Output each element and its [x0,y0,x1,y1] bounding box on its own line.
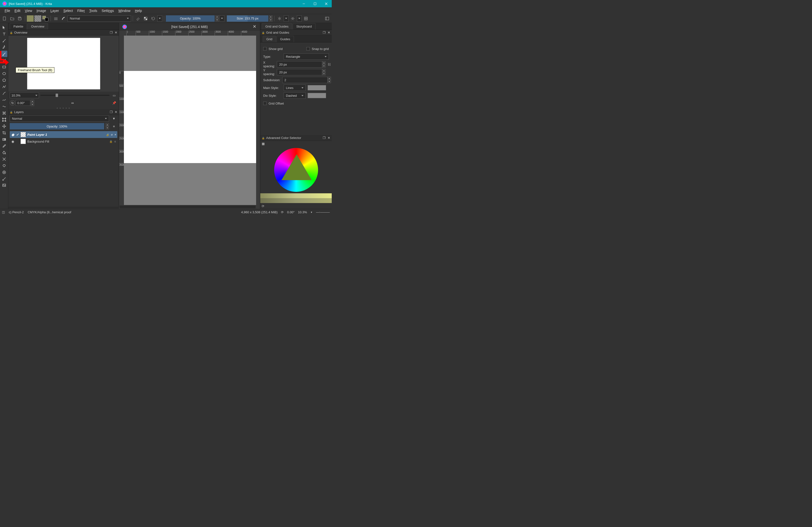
polygon-tool[interactable] [1,77,7,84]
selection-icon[interactable]: ◫ [2,210,5,214]
reference-tool[interactable] [1,182,7,189]
polyline-tool[interactable] [1,84,7,90]
layer-flags[interactable]: 🔒 α [109,140,116,143]
snap-grid-checkbox[interactable] [306,47,310,50]
fill-swatch[interactable] [27,15,34,22]
overview-zoom-slider[interactable] [41,95,110,96]
fg-bg-swatch[interactable] [42,15,49,22]
status-color-profile[interactable]: CMYK/Alpha (8...hemical proof [28,210,71,214]
layer-flags[interactable]: 🔒 α ⌖ [106,133,116,136]
new-button[interactable] [1,15,8,22]
div-style-combo[interactable]: Dashed [284,92,306,99]
layer-paint-layer-1[interactable]: ◉ ✓ Paint Layer 1 🔒 α ⌖ [10,131,117,138]
tab-overview[interactable]: Overview [27,23,48,30]
rotation-spinner[interactable] [31,100,34,106]
open-button[interactable] [9,15,16,22]
visibility-icon[interactable]: ◉ [11,140,15,143]
wrap-button[interactable] [303,15,309,22]
menu-file[interactable]: File [2,8,12,14]
fit-screen-button[interactable]: ▭ [111,93,117,98]
minimize-button[interactable] [298,0,309,7]
ruler-horizontal[interactable]: ) 500 1000 1500 2000 2500 3000 3500 4000… [119,31,260,35]
eraser-button[interactable] [135,15,142,22]
layer-blend-combo[interactable]: Normal [10,115,109,122]
color-settings-icon[interactable]: ▦ [262,142,265,146]
brush-history-dropdown[interactable] [157,15,162,22]
menu-view[interactable]: View [23,8,34,14]
reload-brush-button[interactable] [150,15,157,22]
menu-layer[interactable]: Layer [48,8,61,14]
subdiv-spinner[interactable] [328,77,331,83]
visibility-icon[interactable]: ◉ [11,133,15,136]
save-button[interactable] [16,15,23,22]
show-grid-checkbox[interactable] [263,47,266,50]
canvas-page[interactable] [124,71,256,163]
dock-splitter[interactable]: • • • • • [8,107,119,109]
workspace-button[interactable] [324,15,331,22]
check-icon[interactable]: ✓ [16,133,19,136]
maximize-button[interactable] [309,0,320,7]
menu-filter[interactable]: Filter [75,8,87,14]
multibrush-tool[interactable] [1,110,7,116]
overview-zoom-combo[interactable]: 10.3% [10,92,39,98]
color-wheel[interactable] [274,148,318,192]
bezier-tool[interactable] [1,90,7,96]
menu-edit[interactable]: Edit [12,8,23,14]
pattern-edit-tool[interactable] [1,156,7,162]
canvas-viewport[interactable] [124,35,256,205]
alpha-lock-button[interactable] [142,15,149,22]
ruler-vertical[interactable]: 0 500 1000 1500 2000 2500 3000 3500 [119,35,124,205]
rotation-dial[interactable]: ↻ [10,100,15,106]
crop-tool[interactable] [1,130,7,136]
float-icon[interactable]: ❐ [110,31,113,34]
main-style-combo[interactable]: Lines [284,85,306,91]
color-picker-tool[interactable] [1,143,7,149]
grid-offset-checkbox[interactable] [263,102,266,105]
menu-settings[interactable]: Settings [100,8,116,14]
float-icon[interactable]: ❐ [323,31,325,34]
x-spacing-input[interactable] [277,61,322,67]
menu-image[interactable]: Image [34,8,48,14]
dynamic-brush-tool[interactable] [1,103,7,110]
sub-tab-grid[interactable]: Grid [263,36,276,42]
close-icon[interactable]: ✕ [115,31,117,34]
brush-preset-button[interactable] [60,15,67,22]
color-history-2[interactable] [260,198,332,203]
size-spinner[interactable] [269,15,273,22]
opacity-dropdown[interactable] [219,15,224,22]
link-spacing-icon[interactable]: ⛓ [328,63,331,66]
mirror-v-button[interactable] [289,15,296,22]
smart-fill-tool[interactable] [1,163,7,169]
overview-viewport[interactable] [8,35,119,92]
close-icon[interactable]: ✕ [328,136,330,140]
status-zoom[interactable]: 10.3% [298,210,307,214]
color-triangle[interactable] [281,154,312,180]
fill-tool[interactable] [1,149,7,156]
mirror-h-dropdown[interactable] [284,15,289,22]
opacity-slider[interactable]: Opacity: 100% [166,15,215,22]
menu-window[interactable]: Window [116,8,133,14]
menu-tools[interactable]: Tools [87,8,100,14]
text-tool[interactable] [1,31,7,37]
close-button[interactable] [320,0,332,7]
move-tool[interactable] [1,25,7,31]
opacity-spinner[interactable] [215,15,219,22]
float-icon[interactable]: ❐ [323,136,325,140]
layer-opacity-slider[interactable]: Opacity: 100% [10,123,104,130]
edit-shapes-tool[interactable] [1,37,7,44]
main-style-color[interactable] [308,85,326,90]
pattern-swatch[interactable] [34,15,41,22]
tab-storyboard[interactable]: Storyboard [293,23,316,30]
rotation-value[interactable]: 0.00° [16,100,30,106]
mirror-view-button[interactable]: ⇔ [70,100,76,106]
mirror-v-dropdown[interactable] [297,15,302,22]
close-document-button[interactable]: ✕ [252,25,257,29]
scrollbar-vertical[interactable] [256,35,260,205]
x-spacing-spinner[interactable] [322,61,325,67]
size-slider[interactable]: Size: 153.75 px [227,15,268,22]
ellipse-tool[interactable] [1,71,7,77]
menu-help[interactable]: Help [133,8,144,14]
y-spacing-input[interactable] [277,69,322,75]
layer-filter-button[interactable]: ▼ [111,115,117,122]
measure-tool[interactable] [1,176,7,182]
